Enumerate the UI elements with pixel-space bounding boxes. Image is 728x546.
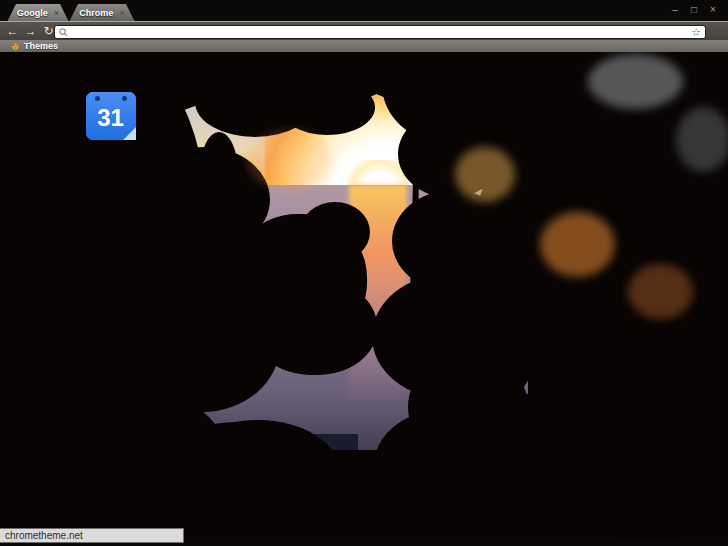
calendar-icon: 31 [86,92,136,140]
themes-favicon-icon [11,42,20,51]
bookmark-star-icon[interactable]: ☆ [691,26,701,38]
status-bubble: chrometheme.net [0,528,184,543]
back-icon[interactable]: ← [5,24,20,38]
close-icon[interactable]: × [708,5,718,15]
calendar-fold-corner [123,127,136,140]
tab-close-icon[interactable]: × [119,8,124,18]
minimize-icon[interactable]: – [670,5,680,15]
bookmarks-bar: Themes [0,40,728,52]
tab-strip: Google × Chrome × – □ × [0,0,728,22]
calendar-binding-dot [122,96,127,101]
tab-chrome-label: Chrome [79,8,113,18]
tab-chrome[interactable]: Chrome × [69,4,135,22]
tab-google-label: Google [17,8,48,18]
forward-icon[interactable]: → [23,24,38,38]
search-icon [59,28,68,37]
maximize-icon[interactable]: □ [689,5,699,15]
nav-buttons: ← → ↻ [5,24,56,38]
background-photo: Youtube g Google [0,52,728,543]
tab-close-icon[interactable]: × [54,8,59,18]
window-controls: – □ × [670,5,718,15]
bookmark-themes[interactable]: Themes [11,41,58,51]
tab-google[interactable]: Google × [7,4,69,22]
address-input[interactable] [71,26,691,38]
browser-window: Google × Chrome × – □ × ← → ↻ ☆ [0,0,728,546]
bookmark-themes-label: Themes [24,41,58,51]
address-bar[interactable]: ☆ [54,25,706,39]
calendar-day-number: 31 [97,104,124,132]
calendar-binding-dot [95,96,100,101]
toolbar: ← → ↻ ☆ [0,21,728,40]
